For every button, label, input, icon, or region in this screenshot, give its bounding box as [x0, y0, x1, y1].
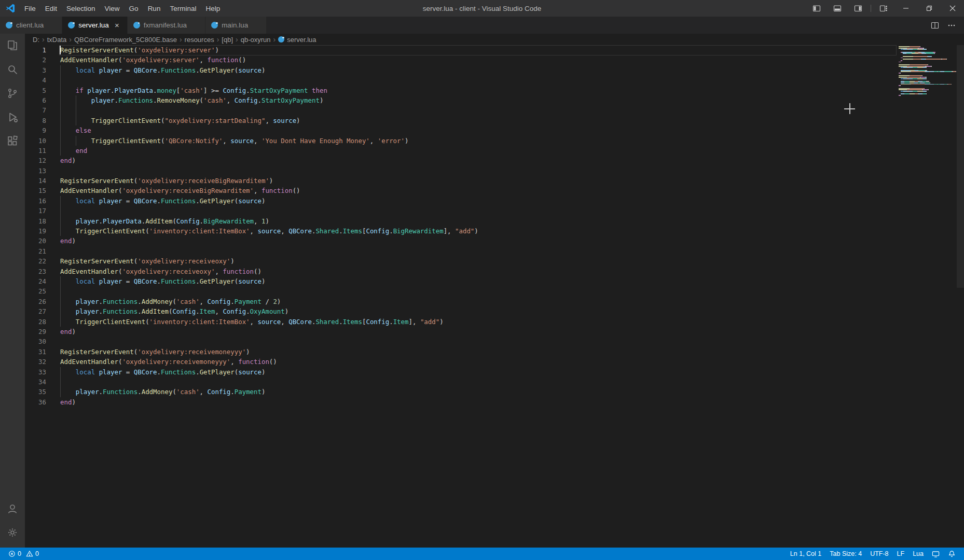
code-line[interactable]: 17	[25, 206, 964, 216]
menu-view[interactable]: View	[100, 0, 125, 17]
code-line[interactable]: 10 TriggerClientEvent('QBCore:Notify', s…	[25, 136, 964, 146]
minimap[interactable]	[899, 46, 957, 96]
code-line[interactable]: 4	[25, 75, 964, 85]
breadcrumb-item[interactable]: qb-oxyrun	[241, 36, 271, 44]
line-number[interactable]: 25	[25, 286, 46, 296]
line-number[interactable]: 33	[25, 367, 46, 377]
toggle-sidebar-right-button[interactable]	[848, 0, 869, 17]
breadcrumb-item[interactable]: QBCoreFramework_5C800E.base	[74, 36, 177, 44]
tab-main.lua[interactable]: main.lua×	[205, 17, 267, 34]
customize-layout-button[interactable]	[873, 0, 894, 17]
code-line[interactable]: 13	[25, 166, 964, 176]
line-number[interactable]: 4	[25, 75, 46, 85]
code-line[interactable]: 11 end	[25, 146, 964, 156]
notifications-bell-icon[interactable]	[945, 548, 959, 560]
run-debug-icon[interactable]	[0, 105, 25, 129]
code-line[interactable]: 3 local player = QBCore.Functions.GetPla…	[25, 65, 964, 75]
close-button[interactable]	[941, 0, 964, 17]
search-icon[interactable]	[0, 58, 25, 81]
code-line[interactable]: 28 TriggerClientEvent('inventory:client:…	[25, 317, 964, 327]
breadcrumb-item[interactable]: D:	[33, 36, 39, 44]
line-number[interactable]: 7	[25, 105, 46, 115]
source-control-icon[interactable]	[0, 81, 25, 105]
line-number[interactable]: 14	[25, 176, 46, 186]
menu-go[interactable]: Go	[125, 0, 143, 17]
code-line[interactable]: 16 local player = QBCore.Functions.GetPl…	[25, 196, 964, 206]
tab-server.lua[interactable]: server.lua×	[62, 17, 128, 34]
line-number[interactable]: 6	[25, 95, 46, 105]
breadcrumb-item[interactable]: [qb]	[222, 36, 233, 44]
minimize-button[interactable]	[894, 0, 917, 17]
code-line[interactable]: 33 local player = QBCore.Functions.GetPl…	[25, 367, 964, 377]
menu-terminal[interactable]: Terminal	[165, 0, 201, 17]
menu-file[interactable]: File	[20, 0, 40, 17]
menu-edit[interactable]: Edit	[40, 0, 62, 17]
code-line[interactable]: 23AddEventHandler('oxydelivery:receiveox…	[25, 267, 964, 276]
status-encoding[interactable]: UTF-8	[867, 548, 891, 560]
menu-selection[interactable]: Selection	[62, 0, 100, 17]
code-line[interactable]: 12end)	[25, 156, 964, 165]
line-number[interactable]: 29	[25, 327, 46, 337]
code-area[interactable]: 1RegisterServerEvent('oxydelivery:server…	[25, 45, 964, 548]
menu-help[interactable]: Help	[201, 0, 225, 17]
tab-close-icon[interactable]: ×	[113, 21, 121, 30]
status-language-mode[interactable]: Lua	[910, 548, 927, 560]
line-number[interactable]: 8	[25, 116, 46, 125]
code-line[interactable]: 27 player.Functions.AddItem(Config.Item,…	[25, 306, 964, 316]
code-line[interactable]: 15AddEventHandler('oxydelivery:receiveBi…	[25, 186, 964, 195]
line-number[interactable]: 11	[25, 146, 46, 156]
line-number[interactable]: 2	[25, 55, 46, 65]
code-line[interactable]: 34	[25, 377, 964, 387]
code-line[interactable]: 2AddEventHandler('oxydelivery:server', f…	[25, 55, 964, 65]
line-number[interactable]: 21	[25, 246, 46, 256]
line-number[interactable]: 13	[25, 166, 46, 176]
line-number[interactable]: 26	[25, 297, 46, 306]
line-number[interactable]: 36	[25, 397, 46, 407]
split-editor-icon[interactable]	[928, 19, 942, 32]
restore-button[interactable]	[917, 0, 941, 17]
line-number[interactable]: 15	[25, 186, 46, 195]
toggle-sidebar-left-button[interactable]	[806, 0, 827, 17]
code-line[interactable]: 21	[25, 246, 964, 256]
code-line[interactable]: 6 player.Functions.RemoveMoney('cash', C…	[25, 95, 964, 105]
line-number[interactable]: 17	[25, 206, 46, 216]
extensions-icon[interactable]	[0, 129, 25, 153]
code-line[interactable]: 29end)	[25, 327, 964, 337]
line-number[interactable]: 12	[25, 156, 46, 165]
code-line[interactable]: 31RegisterServerEvent('oxydelivery:recei…	[25, 347, 964, 357]
line-number[interactable]: 18	[25, 216, 46, 226]
more-actions-icon[interactable]	[944, 19, 959, 32]
code-line[interactable]: 19 TriggerClientEvent('inventory:client:…	[25, 226, 964, 236]
line-number[interactable]: 9	[25, 125, 46, 135]
line-number[interactable]: 3	[25, 65, 46, 75]
code-line[interactable]: 18 player.PlayerData.AddItem(Config.BigR…	[25, 216, 964, 226]
code-line[interactable]: 26 player.Functions.AddMoney('cash', Con…	[25, 297, 964, 306]
status-eol[interactable]: LF	[894, 548, 908, 560]
code-line[interactable]: 24 local player = QBCore.Functions.GetPl…	[25, 276, 964, 286]
line-number[interactable]: 1	[25, 45, 46, 55]
line-number[interactable]: 5	[25, 86, 46, 95]
code-line[interactable]: 25	[25, 286, 964, 296]
settings-icon[interactable]	[0, 521, 25, 544]
line-number[interactable]: 22	[25, 256, 46, 266]
line-number[interactable]: 10	[25, 136, 46, 146]
code-line[interactable]: 8 TriggerClientEvent("oxydelivery:startD…	[25, 116, 964, 125]
explorer-icon[interactable]	[0, 34, 25, 58]
line-number[interactable]: 19	[25, 226, 46, 236]
line-number[interactable]: 28	[25, 317, 46, 327]
line-number[interactable]: 16	[25, 196, 46, 206]
status-cursor-position[interactable]: Ln 1, Col 1	[787, 548, 824, 560]
code-line[interactable]: 35 player.Functions.AddMoney('cash', Con…	[25, 387, 964, 397]
code-line[interactable]: 32AddEventHandler('oxydelivery:receivemo…	[25, 357, 964, 367]
code-line[interactable]: 22RegisterServerEvent('oxydelivery:recei…	[25, 256, 964, 266]
code-line[interactable]: 36end)	[25, 397, 964, 407]
code-line[interactable]: 14RegisterServerEvent('oxydelivery:recei…	[25, 176, 964, 186]
code-line[interactable]: 5 if player.PlayerData.money['cash'] >= …	[25, 86, 964, 95]
line-number[interactable]: 23	[25, 267, 46, 276]
line-number[interactable]: 32	[25, 357, 46, 367]
line-number[interactable]: 31	[25, 347, 46, 357]
toggle-panel-button[interactable]	[827, 0, 848, 17]
code-line[interactable]: 1RegisterServerEvent('oxydelivery:server…	[25, 45, 964, 55]
problems-status[interactable]: 0 0	[5, 548, 42, 560]
breadcrumb-item-file[interactable]: server.lua	[278, 36, 316, 44]
